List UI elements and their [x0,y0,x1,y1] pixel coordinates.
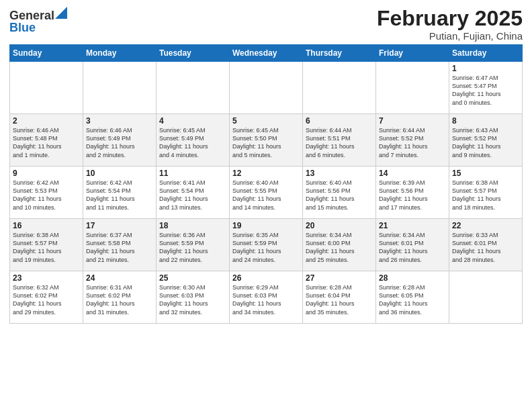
day-info: Sunrise: 6:40 AM Sunset: 5:55 PM Dayligh… [232,179,300,212]
day-info: Sunrise: 6:38 AM Sunset: 5:57 PM Dayligh… [13,231,80,264]
day-info: Sunrise: 6:34 AM Sunset: 6:00 PM Dayligh… [306,231,373,264]
col-saturday: Saturday [449,45,523,62]
day-info: Sunrise: 6:31 AM Sunset: 6:02 PM Dayligh… [86,283,153,316]
calendar-week-5: 23Sunrise: 6:32 AM Sunset: 6:02 PM Dayli… [10,271,523,324]
day-info: Sunrise: 6:36 AM Sunset: 5:59 PM Dayligh… [159,231,226,264]
day-info: Sunrise: 6:44 AM Sunset: 5:51 PM Dayligh… [306,126,373,159]
calendar-cell: 20Sunrise: 6:34 AM Sunset: 6:00 PM Dayli… [303,219,376,271]
day-info: Sunrise: 6:30 AM Sunset: 6:03 PM Dayligh… [159,283,226,316]
calendar-cell: 24Sunrise: 6:31 AM Sunset: 6:02 PM Dayli… [83,271,157,324]
calendar-cell: 25Sunrise: 6:30 AM Sunset: 6:03 PM Dayli… [157,271,230,324]
calendar-cell [303,62,376,114]
calendar-cell: 6Sunrise: 6:44 AM Sunset: 5:51 PM Daylig… [303,114,376,167]
calendar-week-4: 16Sunrise: 6:38 AM Sunset: 5:57 PM Dayli… [10,219,523,271]
day-number: 26 [232,273,300,283]
calendar-title: February 2025 [377,7,523,30]
calendar-cell: 14Sunrise: 6:39 AM Sunset: 5:56 PM Dayli… [376,167,449,219]
day-info: Sunrise: 6:35 AM Sunset: 5:59 PM Dayligh… [232,231,300,264]
calendar-cell [83,62,157,114]
day-info: Sunrise: 6:45 AM Sunset: 5:49 PM Dayligh… [159,126,226,159]
calendar-week-1: 1Sunrise: 6:47 AM Sunset: 5:47 PM Daylig… [10,62,523,114]
calendar-week-3: 9Sunrise: 6:42 AM Sunset: 5:53 PM Daylig… [10,167,523,219]
col-tuesday: Tuesday [157,45,230,62]
day-info: Sunrise: 6:32 AM Sunset: 6:02 PM Dayligh… [13,283,80,316]
day-info: Sunrise: 6:29 AM Sunset: 6:03 PM Dayligh… [232,283,300,316]
day-number: 23 [13,273,80,283]
day-info: Sunrise: 6:46 AM Sunset: 5:49 PM Dayligh… [86,126,153,159]
day-info: Sunrise: 6:28 AM Sunset: 6:05 PM Dayligh… [379,283,446,316]
calendar-cell [376,62,449,114]
day-number: 6 [306,116,373,126]
day-number: 3 [86,116,153,126]
calendar-cell: 4Sunrise: 6:45 AM Sunset: 5:49 PM Daylig… [157,114,230,167]
calendar-week-2: 2Sunrise: 6:46 AM Sunset: 5:48 PM Daylig… [10,114,523,167]
calendar-cell: 15Sunrise: 6:38 AM Sunset: 5:57 PM Dayli… [449,167,523,219]
calendar-cell: 21Sunrise: 6:34 AM Sunset: 6:01 PM Dayli… [376,219,449,271]
day-number: 8 [452,116,519,126]
title-block: February 2025 Putian, Fujian, China [377,7,523,42]
logo-general: General [9,9,54,21]
calendar-cell: 13Sunrise: 6:40 AM Sunset: 5:56 PM Dayli… [303,167,376,219]
day-info: Sunrise: 6:40 AM Sunset: 5:56 PM Dayligh… [306,179,373,212]
col-wednesday: Wednesday [230,45,303,62]
day-number: 25 [159,273,226,283]
day-number: 21 [379,221,446,230]
calendar-cell: 23Sunrise: 6:32 AM Sunset: 6:02 PM Dayli… [10,271,83,324]
calendar-cell: 1Sunrise: 6:47 AM Sunset: 5:47 PM Daylig… [449,62,523,114]
calendar-body: 1Sunrise: 6:47 AM Sunset: 5:47 PM Daylig… [10,62,523,324]
col-monday: Monday [83,45,157,62]
calendar-cell: 28Sunrise: 6:28 AM Sunset: 6:05 PM Dayli… [376,271,449,324]
day-number: 10 [86,169,153,178]
day-info: Sunrise: 6:38 AM Sunset: 5:57 PM Dayligh… [452,179,519,212]
calendar-cell: 5Sunrise: 6:45 AM Sunset: 5:50 PM Daylig… [230,114,303,167]
day-number: 5 [232,116,300,126]
header: General Blue February 2025 Putian, Fujia… [9,7,523,42]
day-info: Sunrise: 6:37 AM Sunset: 5:58 PM Dayligh… [86,231,153,264]
day-number: 22 [452,221,519,230]
day-number: 11 [159,169,226,178]
day-info: Sunrise: 6:42 AM Sunset: 5:54 PM Dayligh… [86,179,153,212]
calendar-cell [230,62,303,114]
logo-blue: Blue [9,21,36,34]
day-info: Sunrise: 6:44 AM Sunset: 5:52 PM Dayligh… [379,126,446,159]
calendar-cell: 12Sunrise: 6:40 AM Sunset: 5:55 PM Dayli… [230,167,303,219]
svg-marker-0 [55,7,67,19]
calendar-cell: 2Sunrise: 6:46 AM Sunset: 5:48 PM Daylig… [10,114,83,167]
col-sunday: Sunday [10,45,83,62]
day-number: 17 [86,221,153,230]
day-info: Sunrise: 6:33 AM Sunset: 6:01 PM Dayligh… [452,231,519,264]
calendar-cell: 16Sunrise: 6:38 AM Sunset: 5:57 PM Dayli… [10,219,83,271]
day-info: Sunrise: 6:28 AM Sunset: 6:04 PM Dayligh… [306,283,373,316]
day-info: Sunrise: 6:42 AM Sunset: 5:53 PM Dayligh… [13,179,80,212]
day-number: 4 [159,116,226,126]
col-friday: Friday [376,45,449,62]
day-number: 20 [306,221,373,230]
header-row: Sunday Monday Tuesday Wednesday Thursday… [10,45,523,62]
day-number: 24 [86,273,153,283]
day-number: 12 [232,169,300,178]
calendar-cell [157,62,230,114]
day-info: Sunrise: 6:39 AM Sunset: 5:56 PM Dayligh… [379,179,446,212]
day-info: Sunrise: 6:41 AM Sunset: 5:54 PM Dayligh… [159,179,226,212]
day-number: 9 [13,169,80,178]
day-number: 18 [159,221,226,230]
day-number: 15 [452,169,519,178]
logo-icon [55,7,67,19]
day-number: 13 [306,169,373,178]
calendar-cell: 27Sunrise: 6:28 AM Sunset: 6:04 PM Dayli… [303,271,376,324]
calendar-cell: 11Sunrise: 6:41 AM Sunset: 5:54 PM Dayli… [157,167,230,219]
day-number: 14 [379,169,446,178]
col-thursday: Thursday [303,45,376,62]
day-info: Sunrise: 6:46 AM Sunset: 5:48 PM Dayligh… [13,126,80,159]
day-info: Sunrise: 6:43 AM Sunset: 5:52 PM Dayligh… [452,126,519,159]
page-container: General Blue February 2025 Putian, Fujia… [0,0,532,328]
day-number: 1 [452,64,519,73]
calendar-cell: 26Sunrise: 6:29 AM Sunset: 6:03 PM Dayli… [230,271,303,324]
calendar-cell: 7Sunrise: 6:44 AM Sunset: 5:52 PM Daylig… [376,114,449,167]
calendar-cell: 19Sunrise: 6:35 AM Sunset: 5:59 PM Dayli… [230,219,303,271]
day-number: 27 [306,273,373,283]
calendar-cell: 17Sunrise: 6:37 AM Sunset: 5:58 PM Dayli… [83,219,157,271]
calendar-cell: 8Sunrise: 6:43 AM Sunset: 5:52 PM Daylig… [449,114,523,167]
calendar-subtitle: Putian, Fujian, China [377,30,523,42]
calendar-cell [10,62,83,114]
